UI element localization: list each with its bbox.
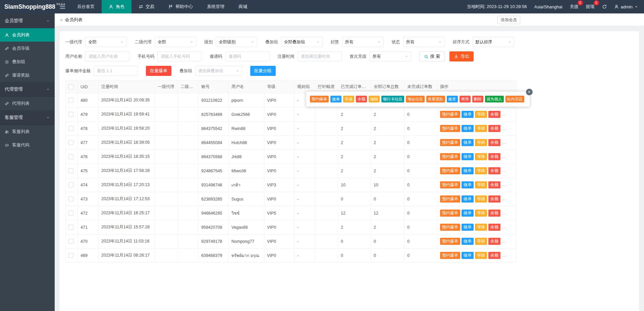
action-balance-button[interactable]: 余额: [488, 195, 500, 203]
search-button[interactable]: 搜 索: [419, 51, 445, 61]
action-make-order-button[interactable]: 做单: [462, 224, 474, 231]
topnav-trade[interactable]: 交易: [131, 0, 161, 13]
action-balance-button[interactable]: 余额: [488, 139, 500, 146]
action-make-order-button[interactable]: 做单: [462, 210, 474, 217]
more-actions-button[interactable]: ...: [502, 154, 506, 159]
action-make-order-button[interactable]: 做单: [462, 252, 474, 259]
popup-action-reserve-burst-button[interactable]: 预约爆单: [310, 96, 329, 102]
action-balance-button[interactable]: 余额: [488, 210, 500, 217]
action-make-order-button[interactable]: 做单: [462, 139, 474, 146]
topnav-mall[interactable]: 商城: [231, 0, 254, 13]
sidebar-toggle-button[interactable]: [55, 0, 70, 13]
filter-select-overlay-group[interactable]: 全部叠加组: [281, 37, 323, 47]
popup-action-bank-card-info-button[interactable]: 银行卡信息: [381, 96, 404, 102]
action-make-order-button[interactable]: 做单: [462, 195, 474, 203]
action-reserve-burst-button[interactable]: 预约爆单: [440, 167, 460, 174]
withdraw-link[interactable]: 提现 0: [586, 4, 595, 10]
filter-input-invite-code[interactable]: [225, 51, 270, 61]
action-reserve-burst-button[interactable]: 预约爆单: [440, 252, 460, 259]
action-reserve-burst-button[interactable]: 预约爆单: [440, 224, 460, 231]
topnav-roles[interactable]: 角色: [102, 0, 131, 13]
popup-action-delete-button[interactable]: 删除: [472, 96, 483, 102]
more-actions-button[interactable]: ...: [502, 182, 506, 187]
sidebar-item-member-list[interactable]: 会员列表: [0, 28, 55, 42]
row-checkbox[interactable]: [68, 154, 73, 159]
more-actions-button[interactable]: ...: [502, 112, 506, 117]
more-actions-button[interactable]: ...: [502, 253, 506, 258]
action-make-order-button[interactable]: 做单: [462, 153, 474, 160]
burst-amount-input[interactable]: [94, 66, 138, 76]
action-level-button[interactable]: 等级: [475, 181, 487, 188]
row-checkbox[interactable]: [68, 112, 73, 117]
action-level-button[interactable]: 等级: [475, 139, 487, 146]
select-all-checkbox[interactable]: [68, 84, 73, 89]
filter-select-agent2[interactable]: 全部: [155, 37, 196, 47]
action-level-button[interactable]: 等级: [475, 167, 487, 174]
topnav-help-center[interactable]: 帮助中心: [161, 0, 200, 13]
filter-select-ban[interactable]: 所有: [342, 37, 384, 47]
topnav-home[interactable]: 后台首页: [70, 0, 102, 13]
recharge-link[interactable]: 充值 0: [570, 4, 579, 10]
action-level-button[interactable]: 等级: [475, 252, 487, 259]
sidebar-group-service-management[interactable]: 客服管理: [0, 110, 55, 125]
action-level-button[interactable]: 等级: [475, 210, 487, 217]
sidebar-group-agent-management[interactable]: 代理管理: [0, 82, 55, 97]
batch-group-button[interactable]: 批量分组: [250, 66, 276, 76]
action-level-button[interactable]: 等级: [475, 153, 487, 160]
action-reserve-burst-button[interactable]: 预约爆单: [440, 238, 460, 245]
filter-input-reg-time[interactable]: [298, 51, 342, 61]
action-make-order-button[interactable]: 做单: [462, 125, 474, 132]
filter-input-phone[interactable]: [157, 51, 202, 61]
sidebar-item-member-level[interactable]: 会员等级: [0, 42, 55, 55]
more-actions-button[interactable]: ...: [502, 140, 506, 145]
action-reserve-burst-button[interactable]: 预约爆单: [440, 210, 460, 217]
add-member-button[interactable]: 添加会员: [497, 16, 520, 24]
action-reserve-burst-button[interactable]: 预约爆单: [440, 181, 460, 188]
action-reserve-burst-button[interactable]: 预约爆单: [440, 111, 460, 118]
action-make-order-button[interactable]: 做单: [462, 167, 474, 174]
popup-action-account-change-button[interactable]: 账变: [447, 96, 458, 102]
action-make-order-button[interactable]: 做单: [462, 111, 474, 118]
row-checkbox[interactable]: [68, 196, 73, 202]
filter-select-status[interactable]: 所有: [403, 37, 445, 47]
sidebar-item-overlay-group[interactable]: 叠加组: [0, 55, 55, 69]
action-reserve-burst-button[interactable]: 预约爆单: [440, 125, 460, 132]
action-level-button[interactable]: 等级: [475, 224, 487, 231]
overlay-group-select[interactable]: 请选择叠加组: [195, 66, 242, 76]
filter-select-sort[interactable]: 默认排序: [473, 37, 514, 47]
action-level-button[interactable]: 等级: [475, 238, 487, 245]
action-balance-button[interactable]: 余额: [488, 224, 500, 231]
row-checkbox[interactable]: [68, 140, 73, 145]
more-actions-button[interactable]: ...: [502, 126, 506, 131]
popup-action-set-fake-button[interactable]: 设为假人: [485, 96, 504, 102]
action-balance-button[interactable]: 余额: [488, 111, 500, 118]
row-checkbox[interactable]: [68, 168, 73, 173]
popup-action-address-info-button[interactable]: 地址信息: [406, 96, 425, 102]
filter-select-level[interactable]: 全部级别: [216, 37, 257, 47]
more-actions-button[interactable]: ...: [502, 225, 506, 229]
action-balance-button[interactable]: 余额: [488, 252, 500, 259]
sidebar-item-agent-list[interactable]: 代理列表: [0, 97, 55, 110]
action-balance-button[interactable]: 余额: [488, 238, 500, 245]
action-reserve-burst-button[interactable]: 预约爆单: [440, 139, 460, 146]
action-make-order-button[interactable]: 做单: [462, 181, 474, 188]
popup-action-edit-button[interactable]: 编辑: [369, 96, 380, 102]
popup-action-make-order-button[interactable]: 做单: [330, 96, 341, 102]
action-reserve-burst-button[interactable]: 预约爆单: [440, 153, 460, 160]
batch-burst-button[interactable]: 批量爆单: [146, 66, 171, 76]
export-button[interactable]: 导出: [449, 51, 474, 61]
action-reserve-burst-button[interactable]: 预约爆单: [440, 195, 460, 203]
sidebar-item-invite-reward[interactable]: 邀请奖励: [0, 69, 55, 82]
action-level-button[interactable]: 等级: [475, 195, 487, 203]
action-level-button[interactable]: 等级: [475, 111, 487, 118]
row-checkbox[interactable]: [68, 182, 73, 187]
admin-menu[interactable]: admin: [614, 4, 638, 9]
action-level-button[interactable]: 等级: [475, 125, 487, 132]
sidebar-item-service-code[interactable]: 客服代码: [0, 138, 55, 152]
popup-action-disable-button[interactable]: 禁用: [460, 96, 471, 102]
popup-action-balance-button[interactable]: 余额: [356, 96, 367, 102]
more-actions-button[interactable]: ...: [502, 196, 506, 201]
row-checkbox[interactable]: [68, 126, 73, 131]
popup-action-view-team-button[interactable]: 查看团队: [426, 96, 445, 102]
filter-select-first-recharge[interactable]: 所有: [370, 51, 411, 61]
